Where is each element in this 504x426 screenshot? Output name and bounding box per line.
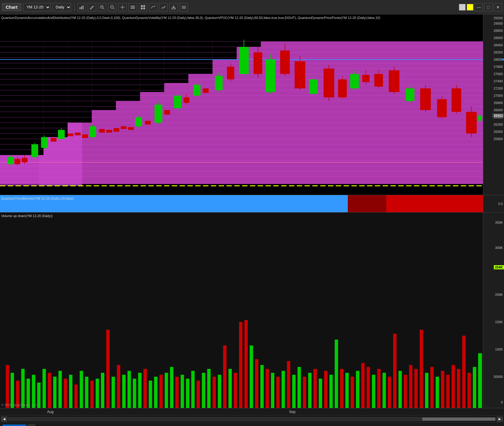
color-swatch-yellow[interactable] — [467, 4, 473, 11]
strategy-icon[interactable] — [159, 3, 168, 11]
study-icon[interactable] — [149, 3, 157, 11]
svg-rect-209 — [303, 377, 306, 408]
svg-rect-20 — [172, 8, 175, 9]
svg-rect-193 — [218, 375, 221, 408]
svg-rect-177 — [133, 379, 136, 408]
minimize-icon[interactable]: — — [475, 3, 483, 11]
price-label-29000: 29000 — [493, 22, 503, 25]
chart-label[interactable]: Chart — [2, 3, 21, 11]
price-axis: 29200 29000 28800 28600 28400 28200 2800… — [483, 14, 504, 195]
svg-rect-37 — [188, 14, 212, 74]
timeframe-select[interactable]: Daily — [52, 3, 71, 11]
trend-axis: 0.5 — [483, 195, 504, 212]
vol-current-label: 254K — [494, 265, 504, 269]
price-label-27400: 27400 — [493, 79, 503, 83]
svg-rect-94 — [121, 126, 126, 129]
volume-panel: Volume up down(YM 12-20 (Daily)) — [0, 212, 504, 408]
svg-rect-194 — [223, 345, 226, 408]
svg-rect-169 — [90, 381, 94, 408]
magnify-minus-icon[interactable] — [108, 3, 117, 11]
svg-rect-184 — [170, 367, 173, 408]
svg-rect-207 — [292, 375, 296, 408]
price-label-28600: 28600 — [493, 36, 503, 40]
svg-rect-171 — [101, 373, 104, 408]
svg-rect-106 — [193, 85, 200, 96]
menu-icon[interactable] — [180, 3, 188, 11]
svg-rect-17 — [141, 8, 143, 9]
svg-rect-22 — [182, 7, 186, 8]
svg-rect-213 — [324, 371, 327, 408]
magnify-plus-icon[interactable] — [98, 3, 106, 11]
svg-rect-93 — [114, 128, 119, 132]
svg-rect-217 — [345, 373, 349, 408]
price-label-25800: 25800 — [493, 137, 503, 141]
svg-rect-178 — [138, 373, 141, 408]
color-swatch-gray[interactable] — [459, 4, 466, 11]
svg-rect-218 — [351, 377, 354, 408]
symbol-select[interactable]: YM 12-20 — [23, 3, 50, 11]
vol-label-350k: 350K — [495, 221, 503, 224]
svg-rect-191 — [207, 369, 211, 408]
svg-rect-196 — [234, 373, 237, 408]
bar-chart-icon[interactable] — [77, 3, 86, 11]
svg-rect-212 — [319, 379, 322, 408]
svg-rect-234 — [436, 377, 439, 408]
scroll-thumb[interactable] — [422, 418, 495, 421]
svg-rect-185 — [175, 377, 179, 408]
svg-rect-205 — [281, 371, 285, 408]
svg-rect-87 — [75, 133, 80, 135]
svg-rect-161 — [48, 373, 51, 408]
svg-rect-175 — [122, 375, 126, 408]
pencil-icon[interactable] — [88, 3, 96, 11]
svg-rect-222 — [372, 375, 375, 408]
copyright-text: © 2020 NinjaTrader, LLC — [1, 403, 38, 407]
svg-rect-215 — [335, 340, 338, 408]
svg-rect-227 — [399, 371, 402, 408]
svg-rect-163 — [59, 371, 62, 408]
svg-rect-98 — [145, 121, 150, 124]
tab-ym-12-20[interactable]: YM 12-20 — [2, 424, 26, 426]
crosshair-icon[interactable] — [118, 3, 127, 11]
svg-rect-172 — [106, 330, 110, 408]
svg-rect-166 — [74, 385, 78, 408]
svg-rect-229 — [409, 365, 412, 408]
tab-add-button[interactable]: + — [28, 424, 35, 426]
scroll-right-btn[interactable]: ▶ — [497, 417, 503, 421]
svg-rect-0 — [80, 7, 80, 9]
time-label-aug: Aug — [47, 410, 53, 414]
time-axis: Aug Sep — [0, 408, 504, 415]
svg-rect-225 — [388, 377, 391, 408]
tab-bar: YM 12-20 + — [0, 422, 504, 426]
svg-rect-153 — [6, 365, 9, 408]
price-label-26000: 26000 — [493, 130, 503, 133]
svg-rect-238 — [457, 369, 460, 408]
price-label-26600: 26600 — [493, 108, 503, 112]
svg-rect-170 — [96, 379, 99, 408]
svg-rect-83 — [51, 138, 56, 142]
svg-rect-162 — [53, 377, 56, 408]
export-icon[interactable] — [169, 3, 178, 11]
svg-rect-102 — [174, 96, 181, 108]
svg-rect-219 — [356, 371, 359, 408]
svg-rect-189 — [196, 381, 200, 408]
svg-rect-1 — [81, 6, 82, 9]
trend-monitor-inner: QuantumTrendMonitor(YM 12-20 (Daily),20,… — [0, 195, 483, 212]
svg-rect-211 — [314, 369, 317, 408]
svg-rect-95 — [128, 127, 134, 130]
svg-rect-201 — [260, 365, 264, 408]
vol-label-50k: 50000 — [493, 375, 503, 378]
price-chart: QuantumDynamicAccumulationAndDistributio… — [0, 14, 504, 195]
close-icon[interactable]: ✕ — [494, 3, 502, 11]
svg-rect-198 — [244, 320, 248, 408]
template-icon[interactable] — [139, 3, 147, 11]
svg-rect-192 — [213, 377, 216, 408]
scrollbar-row: ◀ ▶ — [0, 415, 504, 422]
scroll-track[interactable] — [8, 417, 496, 421]
price-chart-label: QuantumDynamicAccumulationAndDistributio… — [1, 16, 380, 20]
scroll-left-btn[interactable]: ◀ — [1, 417, 7, 421]
svg-rect-224 — [383, 373, 386, 408]
maximize-icon[interactable]: □ — [484, 3, 493, 11]
properties-icon[interactable] — [129, 3, 137, 11]
svg-rect-203 — [271, 373, 274, 408]
svg-rect-147 — [478, 115, 482, 121]
